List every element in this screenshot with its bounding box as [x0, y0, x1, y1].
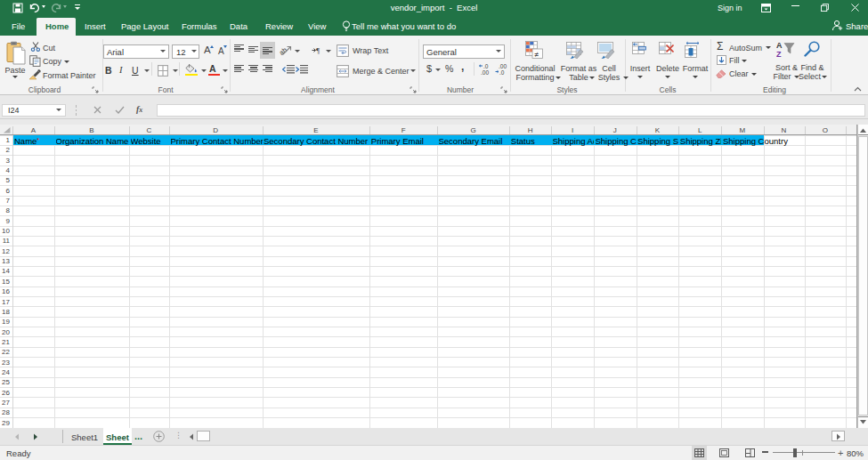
svg-text:.00: .00 [481, 69, 489, 76]
svg-text:Z: Z [776, 50, 782, 59]
svg-text:A: A [776, 41, 783, 50]
svg-text:¶: ¶ [316, 46, 320, 55]
svg-text:≠: ≠ [535, 50, 539, 59]
